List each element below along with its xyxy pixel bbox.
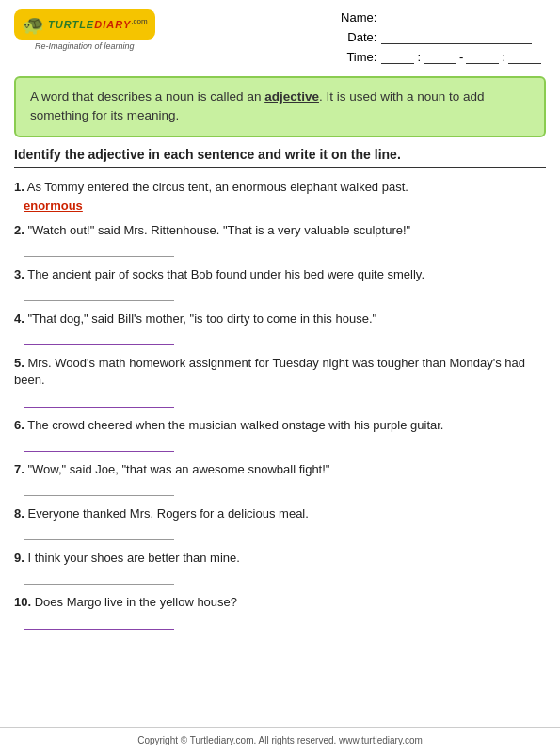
question-text: 5. Mrs. Wood's math homework assignment … — [14, 355, 546, 389]
answer-line[interactable] — [24, 330, 174, 345]
name-line[interactable] — [381, 9, 532, 24]
time-h1[interactable] — [381, 49, 414, 64]
question-text: 7. "Wow," said Joe, "that was an awesome… — [14, 461, 546, 478]
definition-box: A word that describes a noun is called a… — [14, 76, 546, 137]
footer-text: Copyright © Turtlediary.com. All rights … — [137, 735, 423, 745]
logo-box: 🐢 TURTLEDIARY.com — [14, 9, 155, 40]
answer-line[interactable] — [24, 525, 174, 540]
date-row: Date: — [334, 29, 541, 44]
logo-turtle: TURTLE — [48, 20, 94, 31]
time-fields: : - : — [381, 49, 541, 64]
answer-line[interactable] — [24, 242, 174, 257]
question-item: 3. The ancient pair of socks that Bob fo… — [14, 266, 546, 301]
time-label: Time: — [334, 50, 376, 64]
question-item: 7. "Wow," said Joe, "that was an awesome… — [14, 461, 546, 496]
question-text: 9. I think your shoes are better than mi… — [14, 550, 546, 567]
answer-line[interactable] — [24, 481, 174, 496]
question-item: 2. "Watch out!" said Mrs. Rittenhouse. "… — [14, 222, 546, 257]
instructions-text: Identify the adjective in each sentence … — [14, 147, 401, 162]
logo-diary: DIARY — [94, 20, 131, 31]
question-text: 8. Everyone thanked Mrs. Rogers for a de… — [14, 505, 546, 522]
time-h2[interactable] — [466, 49, 499, 64]
question-item: 5. Mrs. Wood's math homework assignment … — [14, 355, 546, 407]
form-fields: Name: Date: Time: : - : — [334, 9, 541, 64]
question-text: 3. The ancient pair of socks that Bob fo… — [14, 266, 546, 283]
name-label: Name: — [334, 10, 376, 24]
instructions: Identify the adjective in each sentence … — [14, 147, 546, 168]
answer-line[interactable] — [24, 437, 174, 452]
answer-line[interactable] — [24, 286, 174, 301]
question-text: 4. "That dog," said Bill's mother, "is t… — [14, 311, 546, 328]
questions-area: 1. As Tommy entered the circus tent, an … — [0, 174, 560, 644]
question-text: 10. Does Margo live in the yellow house? — [14, 594, 546, 611]
question-text: 6. The crowd cheered when the musician w… — [14, 417, 546, 434]
time-m2[interactable] — [508, 49, 541, 64]
question-text: 1. As Tommy entered the circus tent, an … — [14, 179, 546, 196]
answer-filled[interactable]: enormous — [24, 199, 546, 213]
date-label: Date: — [334, 30, 376, 44]
question-item: 6. The crowd cheered when the musician w… — [14, 417, 546, 452]
question-item: 10. Does Margo live in the yellow house? — [14, 594, 546, 629]
definition-keyword: adjective — [264, 89, 319, 104]
date-line[interactable] — [381, 29, 532, 44]
answer-line[interactable] — [24, 393, 174, 408]
time-row: Time: : - : — [334, 49, 541, 64]
question-text: 2. "Watch out!" said Mrs. Rittenhouse. "… — [14, 222, 546, 239]
name-row: Name: — [334, 9, 541, 24]
question-item: 8. Everyone thanked Mrs. Rogers for a de… — [14, 505, 546, 540]
logo-tagline: Re-Imagination of learning — [35, 41, 135, 51]
logo-com: .com — [131, 17, 147, 25]
answer-line[interactable] — [24, 569, 174, 585]
logo-area: 🐢 TURTLEDIARY.com Re-Imagination of lear… — [14, 9, 155, 51]
answer-line[interactable] — [24, 615, 174, 630]
question-item: 1. As Tommy entered the circus tent, an … — [14, 179, 546, 213]
question-item: 9. I think your shoes are better than mi… — [14, 550, 546, 585]
definition-text-before: A word that describes a noun is called a… — [30, 89, 264, 104]
question-item: 4. "That dog," said Bill's mother, "is t… — [14, 311, 546, 345]
time-m1[interactable] — [424, 49, 456, 64]
header: 🐢 TURTLEDIARY.com Re-Imagination of lear… — [0, 0, 560, 69]
footer: Copyright © Turtlediary.com. All rights … — [0, 727, 560, 753]
